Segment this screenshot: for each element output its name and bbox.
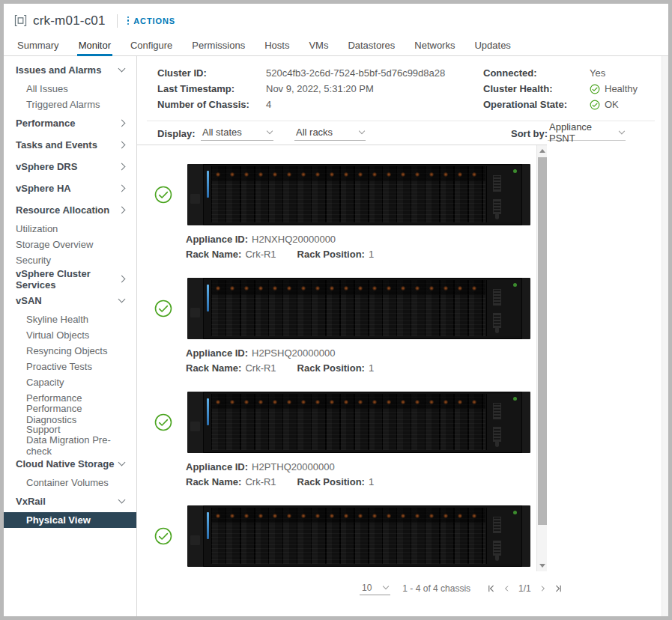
page-size-value: 10: [362, 583, 372, 593]
tab-datastores[interactable]: Datastores: [346, 37, 396, 55]
chassis-row-1: Appliance ID:H2NXHQ20000000 Rack Name:Cr…: [137, 164, 534, 269]
next-page-button[interactable]: [539, 584, 546, 593]
cluster-health-value: Healthy: [605, 83, 638, 94]
server-led-strip: [207, 171, 209, 198]
rack-name-value: Crk-R1: [245, 249, 276, 260]
appliance-id-value: H2NXHQ20000000: [252, 234, 336, 245]
server-left-ear: [187, 505, 204, 567]
sidebar-item-data-migration-pre-check[interactable]: Data Migration Pre-check: [4, 437, 136, 453]
chevron-down-icon: [118, 65, 126, 73]
chevron-right-icon: [118, 142, 126, 149]
first-page-button[interactable]: [487, 584, 495, 593]
appliance-id-label: Appliance ID:: [186, 461, 248, 472]
chassis-image[interactable]: [187, 164, 530, 225]
pagination-range-text: 1 - 4 of 4 chassis: [402, 583, 470, 594]
drive-bays: [211, 394, 485, 450]
server-led-strip: [207, 285, 209, 311]
page-scrollbar-track[interactable]: [662, 56, 668, 616]
scrollbar-down-icon[interactable]: [539, 564, 545, 568]
tab-summary[interactable]: Summary: [16, 37, 61, 55]
chassis-list: Appliance ID:H2NXHQ20000000 Rack Name:Cr…: [137, 145, 547, 571]
actions-button[interactable]: ACTIONS: [127, 16, 175, 25]
chevron-down-icon: [359, 128, 365, 134]
sort-by-label: Sort by:: [511, 128, 548, 139]
server-right-ear: [521, 392, 530, 453]
physical-view-panel: Cluster ID: 520c4fb3-2c6d-7524-b5bf-5d76…: [137, 56, 668, 616]
state-filter-dropdown[interactable]: All states: [201, 124, 273, 141]
rack-filter-dropdown[interactable]: All racks: [294, 124, 366, 141]
last-timestamp-label: Last Timestamp:: [157, 83, 266, 94]
tab-networks[interactable]: Networks: [413, 37, 456, 55]
chevron-down-icon: [118, 459, 126, 466]
next-page-icon: [539, 584, 546, 593]
drive-bays: [211, 166, 485, 222]
tab-updates[interactable]: Updates: [473, 37, 512, 55]
chassis-row-2: Appliance ID:H2PSHQ20000000 Rack Name:Cr…: [137, 278, 534, 383]
server-control-panel: [486, 280, 521, 336]
sidebar-item-virtual-objects[interactable]: Virtual Objects: [4, 327, 136, 343]
tab-hosts[interactable]: Hosts: [263, 37, 291, 55]
rack-position-label: Rack Position:: [297, 362, 365, 374]
operational-state-row: Operational State: OK: [483, 97, 619, 112]
server-control-panel: [486, 508, 521, 564]
chassis-row-4: [137, 505, 534, 571]
connected-row: Connected: Yes: [483, 65, 605, 81]
sidebar-item-skyline-health[interactable]: Skyline Health: [4, 311, 136, 327]
rack-position-value: 1: [369, 249, 374, 260]
prev-page-button[interactable]: [503, 584, 510, 593]
sidebar-item-physical-view[interactable]: Physical View: [4, 512, 136, 528]
cluster-id-row: Cluster ID: 520c4fb3-2c6d-7524-b5bf-5d76…: [157, 65, 445, 81]
sidebar-item-resyncing-objects[interactable]: Resyncing Objects: [4, 343, 136, 359]
tab-monitor[interactable]: Monitor: [77, 37, 112, 55]
scrollbar-thumb[interactable]: [538, 157, 547, 525]
sidebar-item-vsphere-cluster-services[interactable]: vSphere Cluster Services: [4, 268, 136, 290]
sidebar-item-proactive-tests[interactable]: Proactive Tests: [4, 359, 136, 374]
tab-permissions[interactable]: Permissions: [190, 37, 246, 55]
server-led-strip: [207, 398, 209, 425]
sidebar-item-vsphere-ha[interactable]: vSphere HA: [4, 177, 136, 199]
sidebar-item-cloud-native-storage[interactable]: Cloud Native Storage: [4, 453, 136, 475]
chevron-down-icon: [619, 128, 625, 134]
scrollbar-up-icon[interactable]: [539, 149, 545, 153]
rack-name-label: Rack Name:: [186, 362, 241, 374]
sidebar-item-all-issues[interactable]: All Issues: [4, 81, 136, 97]
chassis-image[interactable]: [187, 392, 530, 453]
vsphere-window: crk-m01-c01 ACTIONS Summary Monitor Conf…: [4, 4, 668, 616]
sidebar-item-utilization[interactable]: Utilization: [4, 221, 136, 237]
sidebar-item-vsan[interactable]: vSAN: [4, 290, 136, 311]
rack-position-value: 1: [369, 476, 374, 487]
chassis-image[interactable]: [187, 278, 530, 339]
sidebar-item-security[interactable]: Security: [4, 252, 136, 268]
sidebar-item-vxrail[interactable]: VxRail: [4, 490, 136, 512]
object-tabs: Summary Monitor Configure Permissions Ho…: [4, 37, 668, 56]
chevron-right-icon: [118, 207, 126, 214]
cluster-health-label: Cluster Health:: [483, 83, 590, 94]
page-size-dropdown[interactable]: 10: [360, 583, 390, 595]
server-right-ear: [521, 505, 530, 567]
header-divider: [117, 14, 118, 28]
drive-bays: [211, 280, 485, 336]
sidebar-item-performance-diagnostics[interactable]: Performance Diagnostics: [4, 406, 136, 422]
sidebar-item-issues-and-alarms[interactable]: Issues and Alarms: [4, 59, 136, 81]
sidebar-item-capacity[interactable]: Capacity: [4, 374, 136, 390]
tab-configure[interactable]: Configure: [129, 37, 174, 55]
chassis-image[interactable]: [187, 505, 530, 567]
chassis-info: Appliance ID:H2PSHQ20000000 Rack Name:Cr…: [186, 345, 374, 375]
tab-vms[interactable]: VMs: [307, 37, 330, 55]
sidebar-item-resource-allocation[interactable]: Resource Allocation: [4, 199, 136, 221]
server-control-panel: [486, 394, 521, 450]
first-page-icon: [487, 584, 495, 593]
sidebar-item-performance[interactable]: Performance: [4, 112, 136, 134]
sidebar-item-vsphere-drs[interactable]: vSphere DRS: [4, 156, 136, 177]
appliance-id-value: H2PTHQ20000000: [252, 461, 335, 472]
sidebar-item-tasks-and-events[interactable]: Tasks and Events: [4, 134, 136, 156]
chevron-down-icon: [118, 496, 126, 504]
last-page-button[interactable]: [554, 584, 563, 593]
chassis-row-3: Appliance ID:H2PTHQ20000000 Rack Name:Cr…: [137, 392, 534, 496]
sort-by-dropdown[interactable]: Appliance PSNT: [548, 124, 626, 141]
sidebar-item-storage-overview[interactable]: Storage Overview: [4, 237, 136, 252]
chassis-healthy-icon: [154, 186, 172, 204]
sidebar-item-triggered-alarms[interactable]: Triggered Alarms: [4, 97, 136, 112]
sidebar-item-container-volumes[interactable]: Container Volumes: [4, 475, 136, 490]
prev-page-icon: [503, 584, 510, 593]
